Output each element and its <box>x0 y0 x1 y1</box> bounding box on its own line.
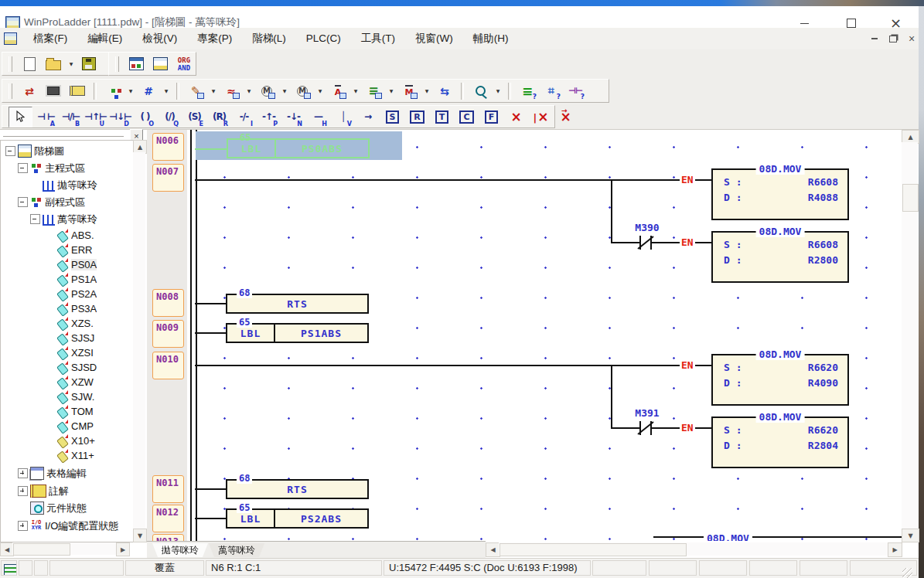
project-window-button[interactable] <box>125 54 147 73</box>
menu-file[interactable]: 檔案(F) <box>23 29 77 48</box>
contact-label-m390[interactable]: M390 <box>620 222 674 233</box>
contact-a-button[interactable]: ⊣ ⊢A <box>35 107 57 127</box>
pointer-tool-button[interactable] <box>9 107 32 128</box>
child-restore-button[interactable] <box>885 32 902 45</box>
tree-item-label[interactable]: XZSI <box>1 345 135 360</box>
ladder-hscroll-thumb[interactable] <box>500 543 687 556</box>
lbl-block-ps0abs[interactable]: 65 LBL PS0ABS <box>227 138 370 158</box>
status-page-button[interactable] <box>363 81 384 100</box>
network-label-n013[interactable]: N013 <box>152 534 184 541</box>
horizontal-line-button[interactable]: —H <box>307 107 329 127</box>
contact-down-button[interactable]: ⊣↓⊢D <box>109 107 131 127</box>
tree-item-comments[interactable]: 註解 <box>1 484 135 498</box>
rts-block-2[interactable]: 68 RTS <box>226 479 369 499</box>
counter-c-button[interactable]: C <box>455 107 478 127</box>
tree-item-sub-program[interactable]: 副程式區 <box>1 195 135 209</box>
delete-column-button[interactable]: × <box>530 107 552 127</box>
monitor-signal-button[interactable] <box>220 81 242 100</box>
title-bar[interactable]: WinProLadder [1111.pdw] - [階梯圖 - 萬等咪玲] <box>0 6 919 29</box>
find-window-dropdown-icon[interactable] <box>493 81 503 100</box>
run-plc-config-button[interactable] <box>256 81 278 100</box>
contact-label-m391[interactable]: M391 <box>620 407 674 419</box>
delete-element-button[interactable]: × <box>505 107 527 127</box>
expand-icon[interactable] <box>18 521 28 531</box>
lbl-block-ps1abs[interactable]: 65 LBL PS1ABS <box>226 323 369 343</box>
falling-edge-button[interactable]: -↓-N <box>282 107 305 127</box>
tree-item-label[interactable]: X11+ <box>1 448 135 463</box>
calendar-sync-button[interactable] <box>434 81 455 100</box>
relay-r-button[interactable]: R <box>406 107 428 127</box>
tree-item-label[interactable]: TOM <box>1 404 135 419</box>
tree-item-main-program[interactable]: 主程式區 <box>1 161 135 175</box>
ladder-window-button[interactable] <box>149 54 171 73</box>
toolbar-grip[interactable] <box>115 56 119 72</box>
invert-button[interactable]: -/-I <box>233 107 255 127</box>
list-query-button[interactable] <box>517 81 538 100</box>
run-plc-dropdown-icon[interactable] <box>315 81 325 100</box>
ic-chip-button[interactable] <box>43 81 64 100</box>
tree-item-label[interactable]: CMP <box>1 419 135 434</box>
tree-item-element-status[interactable]: 元件狀態 <box>1 501 135 515</box>
tree-item-ladder-diagram[interactable]: 階梯圖 <box>1 144 135 158</box>
tree-item-program-2[interactable]: 萬等咪玲 <box>1 212 135 226</box>
new-button[interactable] <box>19 54 40 73</box>
menu-help[interactable]: 輔助(H) <box>463 29 519 48</box>
ladder-canvas[interactable]: 65 LBL PS0ABS EN 08D.MOV S :R6608 D :R40… <box>187 130 902 541</box>
mov-block-r6608-r4088[interactable]: 08D.MOV S :R6608 D :R4088 <box>711 168 849 220</box>
ladder-scroll-down-icon[interactable] <box>902 529 919 542</box>
tree-scroll-down-icon[interactable] <box>133 529 147 542</box>
network-label-n010[interactable]: N010 <box>152 352 184 379</box>
ladder-network-button[interactable] <box>138 81 159 100</box>
menu-ladder[interactable]: 階梯(L) <box>242 29 296 48</box>
child-minimize-button[interactable] <box>866 32 883 45</box>
timer-t-button[interactable]: T <box>431 107 453 127</box>
network-label-n012[interactable]: N012 <box>152 505 184 532</box>
nc-contact-m390[interactable] <box>632 235 659 250</box>
tree-item-label[interactable]: X10+ <box>1 434 135 448</box>
tree-item-label[interactable]: SJW. <box>1 389 135 404</box>
tree-scroll-right-icon[interactable] <box>116 542 130 556</box>
collapse-icon[interactable] <box>30 214 40 224</box>
network-label-n006[interactable]: N006 <box>152 133 184 161</box>
status-page-dropdown-icon[interactable] <box>387 81 396 100</box>
contact-query-button[interactable] <box>564 81 586 100</box>
mdi-child-icon[interactable] <box>4 32 17 45</box>
menu-edit[interactable]: 編輯(E) <box>77 29 132 48</box>
mov-block-r6620-r2804[interactable]: 08D.MOV S :R6620 D :R2804 <box>711 416 849 468</box>
monitor-signal-dropdown-icon[interactable] <box>244 81 254 100</box>
tree-item-label[interactable]: PS1A <box>1 272 135 287</box>
child-close-button[interactable] <box>903 32 920 45</box>
mov-block-r6608-r2800[interactable]: 08D.MOV S :R6608 D :R2800 <box>711 231 849 283</box>
resize-grip[interactable] <box>902 568 912 578</box>
step-s-button[interactable]: S <box>381 107 404 127</box>
delete-network-button[interactable]: × <box>554 107 577 127</box>
project-tree-button[interactable] <box>102 81 124 100</box>
tab-program-1[interactable]: 拋等咪玲 <box>152 543 208 557</box>
vertical-line-button[interactable]: │V <box>332 107 354 127</box>
toolbar-grip[interactable] <box>9 56 12 72</box>
expand-icon[interactable] <box>18 468 28 478</box>
network-label-n009[interactable]: N009 <box>152 320 184 348</box>
tree-item-label[interactable]: XZW <box>1 375 135 389</box>
tree-item-label[interactable]: PS2A <box>1 287 135 301</box>
tree-item-label[interactable]: PS3A <box>1 301 135 316</box>
function-f-button[interactable]: F <box>480 107 503 127</box>
tree-item-label[interactable]: ABS. <box>1 228 135 243</box>
contact-b-button[interactable]: ⊣/⊢B <box>60 107 82 127</box>
edit-element-button[interactable] <box>185 81 206 100</box>
menu-tools[interactable]: 工具(T) <box>351 29 405 48</box>
find-window-button[interactable] <box>469 81 491 100</box>
online-edit-dropdown-icon[interactable] <box>351 81 360 100</box>
tree-item-program-1[interactable]: 拋等咪玲 <box>1 178 135 192</box>
nc-contact-m391[interactable] <box>632 420 659 436</box>
tree-item-label[interactable]: SJSJ <box>1 331 135 345</box>
toolbar-grip[interactable] <box>9 83 12 99</box>
instruction-list-button[interactable]: ORG AND <box>173 54 195 73</box>
network-query-button[interactable] <box>540 81 562 100</box>
contact-up-button[interactable]: ⊣↑⊢U <box>84 107 107 127</box>
element-replace-button[interactable] <box>19 81 40 100</box>
tree-item-label[interactable]: PS0A <box>1 257 135 272</box>
menu-window[interactable]: 視窗(W) <box>405 29 463 48</box>
collapse-icon[interactable] <box>5 146 15 156</box>
ladder-vscroll-thumb[interactable] <box>902 184 919 212</box>
